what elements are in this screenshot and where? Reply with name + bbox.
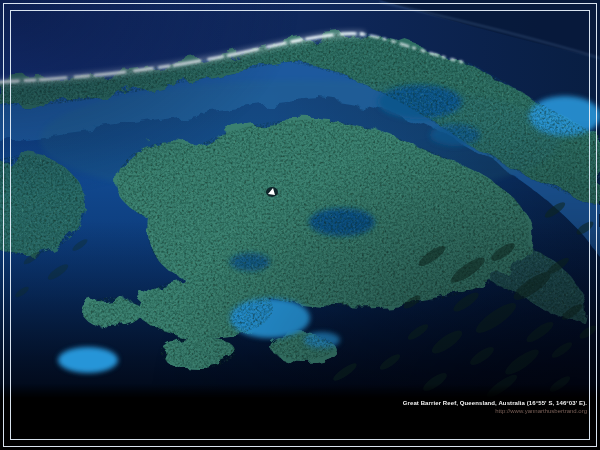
caption-url: http://www.yannarthusbertrand.org — [403, 408, 587, 415]
vignette-top-left — [0, 0, 600, 400]
reef-photo-svg — [0, 0, 600, 400]
wallpaper: Great Barrier Reef, Queensland, Australi… — [0, 0, 600, 450]
reef-photo — [0, 0, 600, 400]
photo-caption: Great Barrier Reef, Queensland, Australi… — [403, 400, 587, 415]
caption-title: Great Barrier Reef, Queensland, Australi… — [403, 400, 587, 408]
photo-bottom-fade — [0, 384, 600, 400]
